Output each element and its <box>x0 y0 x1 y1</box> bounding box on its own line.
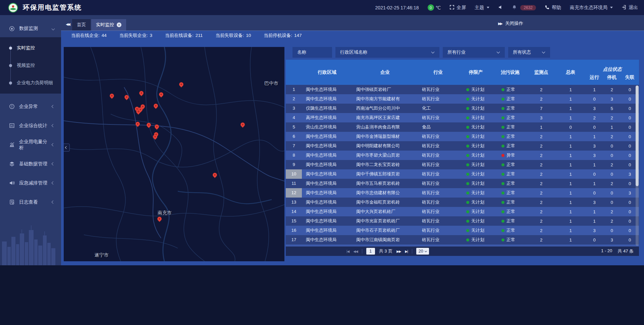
next-page-button[interactable]: ▶▶ <box>396 250 401 253</box>
facility-text: 正常 <box>506 180 515 186</box>
map-view[interactable]: 巴中市南充市遂宁市 <box>64 47 284 261</box>
table-row[interactable]: 13阆中生态环境局阆中市金福旺页岩机砖砖瓦行业无计划正常21300 <box>286 198 639 207</box>
cell-limit-production: 无计划 <box>458 171 493 177</box>
limit-text: 无计划 <box>471 96 484 102</box>
scrollbar-thumb[interactable] <box>636 86 639 186</box>
prev-page-button[interactable]: ◀◀ <box>353 250 358 253</box>
cell-monitor-points: 2 <box>527 172 555 177</box>
status-dot-green-icon <box>501 98 504 101</box>
table-scrollbar[interactable] <box>636 86 639 246</box>
cell-region: 阆中生态环境局 <box>302 171 352 177</box>
table-row[interactable]: 11阆中生态环境局阆中市五马桥页岩机砖砖瓦行业无计划正常21120 <box>286 179 639 188</box>
sidebar-item-label: 企业异常 <box>19 104 48 110</box>
cell-industry: 砖瓦行业 <box>418 199 458 205</box>
cell-halted: 1 <box>603 125 621 130</box>
cell-industry: 食品 <box>418 124 458 130</box>
status-dot-green-icon <box>466 192 469 195</box>
bullet-icon <box>9 47 12 50</box>
tab-1[interactable]: 实时监控× <box>91 19 126 31</box>
region-filter-select[interactable]: 行政区域名称 <box>335 47 439 58</box>
tab-close-icon[interactable]: × <box>117 22 121 27</box>
table-row[interactable]: 2阆中生态环境局阆中市南方节能建材有砖瓦行业无计划正常21030 <box>286 94 639 104</box>
logout-button[interactable]: 退出 <box>622 5 638 11</box>
chevron-left-icon <box>65 146 67 149</box>
industry-filter-select[interactable]: 所有行业 <box>443 47 505 58</box>
sidebar-item-3[interactable]: 企业用电量分析 <box>0 135 61 154</box>
cell-total-meter: 1 <box>555 228 586 233</box>
app-title: 环保用电监管系统 <box>23 3 82 12</box>
cell-pollution-facility: 正常 <box>493 96 527 102</box>
sidebar-subitem-2[interactable]: 企业电力负荷明细 <box>0 74 61 92</box>
theme-dropdown[interactable]: 主题 <box>475 5 489 11</box>
table-row[interactable]: 10阆中生态环境局阆中千佛镇五郎垭页岩砖瓦行业无计划正常21003 <box>286 169 639 179</box>
page-size-select[interactable]: 20 <box>416 248 429 255</box>
caret-down-icon <box>487 7 489 8</box>
cell-industry: 砖瓦行业 <box>418 115 458 121</box>
industry-filter-value: 所有行业 <box>447 49 466 55</box>
table-row[interactable]: 6阆中生态环境局阆中市金博瑞新型墙材砖瓦行业无计划正常21120 <box>286 132 639 141</box>
cell-index: 17 <box>286 235 302 245</box>
fullscreen-label: 全屏 <box>457 5 466 11</box>
page-number-input[interactable]: 1 <box>366 248 375 255</box>
logout-icon <box>622 5 627 11</box>
cell-running: 0 <box>586 191 603 196</box>
sidebar-subitem-0[interactable]: 实时监控 <box>0 39 61 57</box>
sidebar-item-4[interactable]: 基础数据管理 <box>0 154 61 173</box>
cell-region: 阆中生态环境局 <box>302 87 352 93</box>
bullet-icon <box>9 82 12 85</box>
close-operations-button[interactable]: 关闭操作 <box>505 20 523 26</box>
cell-enterprise: 阆中市金博瑞新型墙材 <box>352 133 418 140</box>
cell-limit-production: 无计划 <box>458 87 493 93</box>
table-row[interactable]: 17阆中生态环境局阆中市江南镇阆南页岩砖瓦行业无计划正常21030 <box>286 235 639 245</box>
tab-0[interactable]: 首页 <box>72 19 91 31</box>
org-dropdown[interactable]: 南充市生态环境局 <box>570 5 613 11</box>
subcol-header-1: 停机 <box>603 73 621 85</box>
table-row[interactable]: 8阆中生态环境局阆中市枣碧大梁山页岩砖瓦行业无计划异常21300 <box>286 151 639 160</box>
table-row[interactable]: 5营山生态环境局营山县润丰肉食品有限食品无计划正常10010 <box>286 122 639 132</box>
status-dot-green-icon <box>466 98 469 101</box>
first-page-button[interactable]: |◀ <box>346 250 349 253</box>
table-row[interactable]: 1阆中生态环境局阆中强锐页岩砖厂砖瓦行业无计划正常21120 <box>286 85 639 94</box>
fullscreen-button[interactable]: 全屏 <box>449 5 466 11</box>
cell-limit-production: 无计划 <box>458 190 493 196</box>
table-row[interactable]: 14阆中生态环境局阆中大兴页岩机砖厂砖瓦行业无计划正常21120 <box>286 207 639 216</box>
pagination-bar: |◀ ◀◀ 1 共 3 页 ▶▶ ▶| 20 <box>286 247 639 256</box>
sidebar-item-6[interactable]: 日志查看 <box>0 193 61 212</box>
cell-region: 阆中生态环境局 <box>302 96 352 102</box>
cell-index: 14 <box>286 207 302 216</box>
col-header-6: 总表 <box>555 60 586 85</box>
sidebar-item-2[interactable]: 企业综合统计 <box>0 116 61 135</box>
last-page-button[interactable]: ▶| <box>405 250 408 253</box>
status-filter-select[interactable]: 所有状态 <box>508 47 550 58</box>
name-filter-input[interactable]: 名称 <box>292 47 332 58</box>
sound-button[interactable] <box>498 5 503 11</box>
tabs-scroll-right-button[interactable]: ▶▶ <box>498 21 502 26</box>
cell-running: 1 <box>586 209 603 214</box>
stat-label: 当前失联设备: <box>215 33 244 38</box>
cell-halted: 5 <box>603 106 621 111</box>
table-row[interactable]: 7阆中生态环境局阆中明阳建材有限公司砖瓦行业无计划正常21300 <box>286 141 639 151</box>
sidebar-item-label: 企业用电量分析 <box>19 139 48 151</box>
sidebar-subitem-1[interactable]: 视频监控 <box>0 57 61 74</box>
notifications-button[interactable]: 2632 <box>512 5 536 11</box>
tabs-scroll-left-button[interactable]: ◀◀ <box>64 22 72 31</box>
table-row[interactable]: 4高坪生态环境局南充市高坪区王家店建砖瓦行业无计划正常31220 <box>286 113 639 122</box>
cell-halted: 0 <box>603 172 621 177</box>
table-row[interactable]: 12阆中生态环境局阆中市忠信建材有限公砖瓦行业无计划正常21003 <box>286 188 639 198</box>
sidebar-item-5[interactable]: 应急减排管理 <box>0 173 61 193</box>
cell-total-meter: 1 <box>555 144 586 149</box>
table-row[interactable]: 15阆中生态环境局阆中市光富页岩机砖厂砖瓦行业无计划正常21120 <box>286 216 639 226</box>
table-row[interactable]: 16阆中生态环境局阆中市石子页岩机砖厂砖瓦行业无计划正常21300 <box>286 226 639 235</box>
status-dot-green-icon <box>501 135 504 138</box>
cell-region: 仪陇生态环境局 <box>302 105 352 111</box>
table-row[interactable]: 3仪陇生态环境局西南油气田分公司川中化工无计划正常71350 <box>286 104 639 113</box>
cell-limit-production: 无计划 <box>458 199 493 205</box>
sidebar-item-0[interactable]: 数据监测 <box>0 20 61 37</box>
sidebar-item-1[interactable]: 企业异常 <box>0 97 61 116</box>
cell-industry: 建材行业 <box>418 246 458 247</box>
table-row[interactable]: 9阆中生态环境局阆中市二龙长宝页岩砖砖瓦行业无计划正常21120 <box>286 160 639 169</box>
table-row[interactable]: 18南部生态环境局南部县科华水泥有限公建材行业无计划正常21030 <box>286 245 639 247</box>
cell-limit-production: 无计划 <box>458 246 493 247</box>
map-collapse-button[interactable] <box>64 144 70 152</box>
help-button[interactable]: 帮助 <box>545 5 561 11</box>
